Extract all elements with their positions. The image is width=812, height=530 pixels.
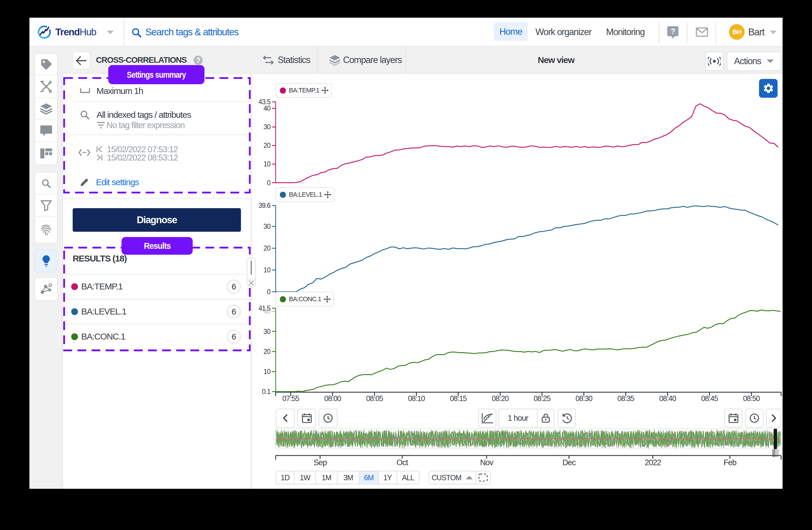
svg-text:30: 30 — [263, 123, 270, 131]
svg-text:Feb: Feb — [724, 458, 736, 467]
svg-text:10: 10 — [263, 266, 270, 274]
svg-text:30: 30 — [263, 223, 270, 230]
svg-text:40: 40 — [263, 307, 270, 315]
svg-text:08:15: 08:15 — [450, 394, 467, 403]
svg-text:08:20: 08:20 — [492, 394, 509, 403]
svg-text:08:05: 08:05 — [366, 394, 383, 403]
svg-text:0.1: 0.1 — [262, 388, 270, 395]
svg-text:08:35: 08:35 — [617, 394, 634, 403]
svg-text:20: 20 — [263, 245, 270, 252]
svg-text:10: 10 — [263, 368, 270, 375]
svg-text:08:40: 08:40 — [659, 394, 676, 403]
svg-text:0: 0 — [267, 288, 270, 296]
svg-text:Nov: Nov — [480, 458, 494, 467]
svg-text:08:25: 08:25 — [534, 394, 550, 403]
svg-text:39.6: 39.6 — [258, 202, 270, 209]
svg-text:08:10: 08:10 — [408, 394, 425, 403]
svg-text:2022: 2022 — [644, 458, 661, 467]
svg-text:20: 20 — [263, 142, 270, 149]
svg-text:20: 20 — [263, 348, 270, 355]
svg-text:?: ? — [671, 27, 675, 36]
svg-text:08:00: 08:00 — [324, 394, 341, 403]
svg-text:08:50: 08:50 — [743, 394, 760, 403]
svg-text:30: 30 — [263, 328, 270, 335]
svg-text:08:30: 08:30 — [576, 394, 592, 403]
svg-text:Dec: Dec — [563, 458, 576, 467]
svg-text:10: 10 — [263, 160, 270, 168]
svg-text:Sep: Sep — [314, 458, 327, 467]
svg-text:Oct: Oct — [396, 458, 408, 467]
svg-text:08:45: 08:45 — [701, 394, 718, 403]
svg-text:07:55: 07:55 — [282, 394, 299, 403]
svg-text:40: 40 — [263, 104, 270, 112]
svg-text:?: ? — [196, 57, 200, 64]
svg-text:0: 0 — [267, 179, 270, 187]
